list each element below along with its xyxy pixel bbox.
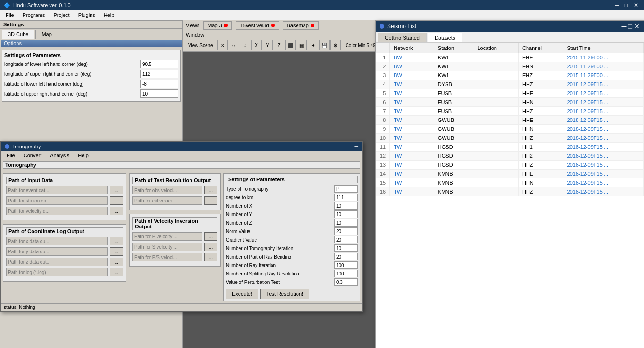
param-input-3[interactable] [334, 210, 358, 218]
minimize-button[interactable]: ─ [613, 2, 621, 8]
toolbar-btn-2[interactable]: ↔ [229, 40, 239, 50]
param-input-2[interactable] [334, 202, 358, 210]
view-tab-vel3d[interactable]: 15vest.vel3d [236, 21, 279, 30]
path-input-log[interactable] [6, 268, 108, 276]
toolbar-btn-11[interactable]: ⚙ [330, 40, 341, 50]
tomo-menu-file[interactable]: File [3, 152, 19, 159]
path-btn-x[interactable]: ... [110, 237, 123, 245]
path-btn-station[interactable]: ... [110, 196, 123, 205]
menu-programs[interactable]: Programs [19, 11, 49, 19]
setting-input-2[interactable] [140, 80, 178, 88]
path-input-event[interactable] [6, 186, 108, 194]
path-input-s[interactable] [132, 243, 202, 251]
param-input-0[interactable] [334, 185, 358, 193]
param-input-11[interactable] [334, 278, 358, 286]
toolbar-btn-4[interactable]: X [251, 40, 262, 50]
path-input-cal[interactable] [132, 196, 202, 205]
table-row[interactable]: 7 TW FUSB HHZ 2018-12-09T15:... [376, 107, 644, 116]
table-row[interactable]: 6 TW FUSB HHN 2018-12-09T15:... [376, 98, 644, 107]
network-cell-2: BW [390, 71, 434, 80]
path-btn-ps[interactable]: ... [204, 253, 217, 261]
path-input-ps[interactable] [132, 253, 202, 261]
view-scene-button[interactable]: View Scene [185, 40, 216, 50]
table-row[interactable]: 13 TW HGSD HHZ 2018-12-09T15:... [376, 161, 644, 170]
table-row[interactable]: 11 TW HGSD HH1 2018-12-09T15:... [376, 143, 644, 152]
path-btn-y[interactable]: ... [110, 247, 123, 256]
menu-plugins[interactable]: Plugins [74, 11, 99, 19]
path-btn-cal[interactable]: ... [204, 196, 217, 205]
tab-map[interactable]: Map [35, 30, 58, 39]
settings-params-panel: Settings of Parameters Type of Tomograph… [223, 173, 360, 301]
param-input-4[interactable] [334, 219, 358, 227]
path-btn-obs[interactable]: ... [204, 186, 217, 194]
param-input-1[interactable] [334, 194, 358, 201]
path-input-station[interactable] [6, 196, 108, 205]
network-cell-3: TW [390, 80, 434, 89]
path-btn-s[interactable]: ... [204, 243, 217, 251]
tomo-left-col: Path of Input Data ... ... ... [3, 173, 126, 301]
toolbar-btn-7[interactable]: ⬛ [285, 40, 296, 50]
execute-button[interactable]: Execute! [226, 289, 258, 299]
table-row[interactable]: 10 TW GWUB HHZ 2018-12-09T15:... [376, 134, 644, 143]
table-row[interactable]: 2 BW KW1 EHN 2015-11-29T00:... [376, 62, 644, 71]
test-resolution-button[interactable]: Test Resolution! [260, 289, 309, 299]
table-row[interactable]: 15 TW KMNB HHN 2018-12-09T15:... [376, 178, 644, 187]
menu-file[interactable]: File [2, 11, 18, 19]
row-num-1: 2 [376, 62, 390, 71]
tab-3d-cube[interactable]: 3D Cube [2, 30, 34, 39]
table-row[interactable]: 4 TW DYSB HHZ 2018-12-09T15:... [376, 80, 644, 89]
path-input-obs[interactable] [132, 186, 202, 194]
setting-input-3[interactable] [140, 89, 178, 98]
param-input-5[interactable] [334, 227, 358, 235]
seismo-minimize-button[interactable]: ─ [622, 23, 627, 30]
param-input-10[interactable] [334, 270, 358, 277]
path-input-z[interactable] [6, 258, 108, 266]
path-btn-p[interactable]: ... [204, 232, 217, 241]
close-button[interactable]: ✕ [632, 2, 640, 8]
table-row[interactable]: 14 TW KMNB HHE 2018-12-09T15:... [376, 170, 644, 178]
tomo-menu-analysis[interactable]: Analysis [46, 152, 73, 159]
menu-help[interactable]: Help [100, 11, 118, 19]
path-btn-log[interactable]: ... [110, 268, 123, 276]
seismo-close-button[interactable]: ✕ [634, 23, 640, 30]
param-input-6[interactable] [334, 236, 358, 243]
seismo-restore-button[interactable]: □ [628, 23, 632, 30]
tomo-menu-convert[interactable]: Convert [20, 152, 46, 159]
toolbar-btn-10[interactable]: 💾 [319, 40, 330, 50]
path-btn-velocity[interactable]: ... [110, 207, 123, 215]
path-input-y[interactable] [6, 247, 108, 256]
table-row[interactable]: 3 BW KW1 EHZ 2015-11-29T00:... [376, 71, 644, 80]
setting-input-0[interactable] [140, 60, 178, 68]
toolbar-btn-8[interactable]: ▦ [297, 40, 307, 50]
param-input-8[interactable] [334, 253, 358, 260]
table-row[interactable]: 9 TW GWUB HHN 2018-12-09T15:... [376, 125, 644, 134]
toolbar-btn-1[interactable]: ✕ [217, 40, 228, 50]
setting-input-1[interactable] [140, 70, 178, 78]
path-input-velocity[interactable] [6, 207, 108, 215]
view-tab-map3[interactable]: Map 3 [203, 21, 232, 30]
table-row[interactable]: 8 TW GWUB HHE 2018-12-09T15:... [376, 116, 644, 125]
param-input-7[interactable] [334, 244, 358, 252]
path-btn-event[interactable]: ... [110, 186, 123, 194]
row-num-12: 13 [376, 161, 390, 170]
param-input-9[interactable] [334, 261, 358, 269]
path-input-p[interactable] [132, 232, 202, 241]
seismo-tab-datasets[interactable]: Datasets [428, 33, 462, 42]
tomo-menu-help[interactable]: Help [74, 152, 92, 159]
table-row[interactable]: 5 TW FUSB HHE 2018-12-09T15:... [376, 89, 644, 98]
table-row[interactable]: 16 TW KMNB HHZ 2018-12-09T15:... [376, 187, 644, 196]
path-input-x[interactable] [6, 237, 108, 245]
table-row[interactable]: 12 TW HGSD HH2 2018-12-09T15:... [376, 152, 644, 161]
view-tab-basemap[interactable]: Basemap [283, 21, 319, 30]
seismo-tab-getting-started[interactable]: Getting Started [378, 33, 427, 42]
table-row[interactable]: 1 BW KW1 EHE 2015-11-29T00:... [376, 53, 644, 62]
toolbar-btn-3[interactable]: ↕ [240, 40, 250, 50]
toolbar-btn-6[interactable]: Z [274, 40, 284, 50]
path-btn-z[interactable]: ... [110, 258, 123, 266]
maximize-button[interactable]: □ [623, 2, 630, 8]
toolbar-btn-5[interactable]: Y [263, 40, 273, 50]
settings-group: Settings of Parameters longitude of lowe… [2, 50, 181, 102]
toolbar-btn-9[interactable]: ✦ [308, 40, 318, 50]
tomo-close-button[interactable]: ─ [354, 143, 358, 150]
menu-project[interactable]: Project [50, 11, 73, 19]
